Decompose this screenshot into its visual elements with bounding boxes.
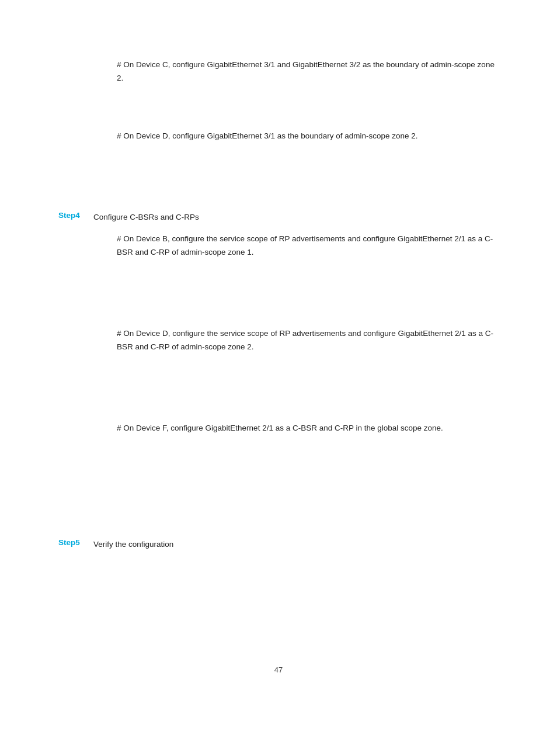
- spacer-9: [58, 480, 499, 515]
- spacer-11: [58, 595, 499, 630]
- device-d-boundary-block: # On Device D, configure GigabitEthernet…: [58, 130, 499, 143]
- device-c-text: # On Device C, configure GigabitEthernet…: [117, 58, 499, 85]
- spacer-2: [58, 95, 499, 130]
- spacer-7: [58, 398, 499, 422]
- step5-label: Step5: [58, 538, 93, 547]
- device-f-text: # On Device F, configure GigabitEthernet…: [117, 422, 499, 435]
- spacer-1: [58, 35, 499, 58]
- device-c-block: # On Device C, configure GigabitEthernet…: [58, 58, 499, 85]
- device-d-cbsr-block: # On Device D, configure the service sco…: [58, 327, 499, 354]
- page-number-text: 47: [274, 665, 283, 674]
- spacer-4: [58, 269, 499, 304]
- spacer-5: [58, 304, 499, 327]
- step4-block: Step4 Configure C-BSRs and C-RPs: [58, 211, 499, 224]
- page-number: 47: [58, 665, 499, 674]
- step4-label: Step4: [58, 211, 93, 220]
- spacer-3: [58, 152, 499, 188]
- spacer-10: [58, 560, 499, 595]
- step5-title: Verify the configuration: [93, 538, 173, 551]
- device-f-block: # On Device F, configure GigabitEthernet…: [58, 422, 499, 435]
- spacer-8: [58, 445, 499, 480]
- spacer-6: [58, 363, 499, 398]
- device-d-cbsr-text: # On Device D, configure the service sco…: [117, 327, 499, 354]
- device-b-text: # On Device B, configure the service sco…: [117, 233, 499, 259]
- page-content: # On Device C, configure GigabitEthernet…: [0, 0, 557, 721]
- device-d-boundary-text: # On Device D, configure GigabitEthernet…: [117, 130, 499, 143]
- step4-title: Configure C-BSRs and C-RPs: [93, 211, 199, 224]
- step5-block: Step5 Verify the configuration: [58, 538, 499, 551]
- device-b-block: # On Device B, configure the service sco…: [58, 233, 499, 259]
